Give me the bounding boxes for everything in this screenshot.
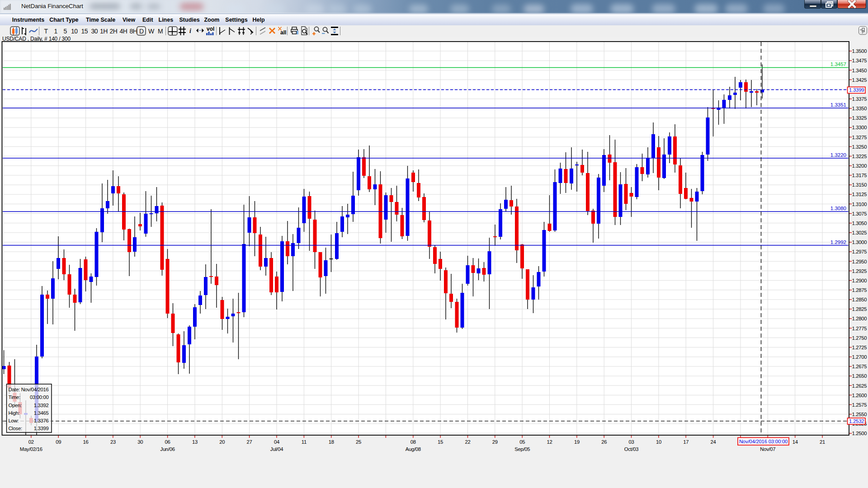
svg-text:1.3376: 1.3376 (34, 418, 49, 423)
svg-text:21: 21 (820, 439, 825, 445)
svg-text:Low:: Low: (9, 418, 19, 423)
svg-text:Nov/07: Nov/07 (760, 446, 775, 452)
svg-text:20: 20 (219, 439, 225, 445)
svg-text:23: 23 (110, 439, 116, 445)
svg-text:12: 12 (547, 439, 552, 445)
svg-text:03:00:00: 03:00:00 (30, 394, 49, 400)
svg-text:1.3275: 1.3275 (852, 135, 867, 140)
svg-text:1.2550: 1.2550 (852, 412, 867, 417)
svg-text:Date:: Date: (9, 387, 20, 392)
svg-text:1.2650: 1.2650 (852, 373, 867, 379)
svg-text:26: 26 (601, 439, 607, 445)
svg-text:Nov/04/2016: Nov/04/2016 (21, 387, 49, 392)
svg-text:1.2800: 1.2800 (852, 316, 867, 321)
svg-text:1.3250: 1.3250 (852, 144, 867, 150)
svg-text:1.3450: 1.3450 (852, 68, 867, 73)
svg-text:18: 18 (329, 439, 334, 445)
svg-text:1.3375: 1.3375 (852, 96, 867, 102)
svg-text:19: 19 (574, 439, 580, 445)
svg-text:1.2775: 1.2775 (852, 326, 867, 331)
svg-text:1.2500: 1.2500 (852, 431, 867, 436)
svg-text:1.2925: 1.2925 (852, 268, 867, 274)
svg-text:1.3175: 1.3175 (852, 173, 867, 178)
svg-text:1.2900: 1.2900 (852, 278, 867, 283)
svg-text:1.2975: 1.2975 (852, 249, 867, 254)
svg-text:High:: High: (9, 410, 20, 416)
svg-text:1.2750: 1.2750 (852, 335, 867, 341)
svg-text:11: 11 (302, 439, 307, 445)
svg-text:1.2625: 1.2625 (852, 383, 867, 389)
svg-text:Jun/06: Jun/06 (160, 446, 175, 452)
svg-text:22: 22 (465, 439, 471, 445)
svg-text:1.3100: 1.3100 (852, 202, 867, 207)
svg-text:May/02/16: May/02/16 (20, 446, 42, 452)
svg-text:1.3475: 1.3475 (852, 58, 867, 63)
svg-text:1.3500: 1.3500 (852, 48, 867, 54)
svg-text:1.3150: 1.3150 (852, 182, 867, 188)
svg-text:1.2675: 1.2675 (852, 364, 867, 369)
svg-text:Open:: Open: (9, 403, 22, 408)
svg-text:1.2600: 1.2600 (852, 393, 867, 398)
svg-text:1.3025: 1.3025 (852, 230, 867, 235)
svg-text:1.3465: 1.3465 (34, 410, 49, 416)
svg-text:Oct/03: Oct/03 (624, 446, 638, 452)
svg-text:30: 30 (137, 439, 143, 445)
svg-text:1.3325: 1.3325 (852, 115, 867, 121)
svg-text:1.3125: 1.3125 (852, 192, 867, 197)
svg-text:1.3080: 1.3080 (830, 206, 846, 211)
svg-text:1.3220: 1.3220 (830, 152, 846, 158)
svg-text:1.3351: 1.3351 (830, 102, 846, 108)
svg-text:1.2950: 1.2950 (852, 259, 867, 264)
svg-text:09: 09 (56, 439, 61, 445)
svg-text:1.2532: 1.2532 (849, 418, 864, 424)
svg-text:1.3075: 1.3075 (852, 211, 867, 216)
svg-text:Sep/05: Sep/05 (514, 446, 530, 452)
svg-text:1.3457: 1.3457 (830, 61, 846, 67)
svg-text:1.3425: 1.3425 (852, 77, 867, 83)
svg-text:1.3392: 1.3392 (34, 403, 49, 408)
svg-text:1.2875: 1.2875 (852, 287, 867, 293)
svg-text:1.2850: 1.2850 (852, 297, 867, 302)
svg-text:03: 03 (629, 439, 634, 445)
svg-text:10: 10 (656, 439, 661, 445)
svg-text:Aug/08: Aug/08 (406, 446, 421, 452)
svg-text:13: 13 (192, 439, 198, 445)
svg-text:27: 27 (247, 439, 252, 445)
svg-text:1.2725: 1.2725 (852, 345, 867, 350)
svg-text:Time:: Time: (9, 394, 20, 400)
svg-text:1.3399: 1.3399 (849, 87, 864, 93)
svg-text:Nov/04/2016 03:00:00: Nov/04/2016 03:00:00 (739, 439, 788, 444)
svg-text:02: 02 (28, 439, 34, 445)
svg-text:05: 05 (519, 439, 525, 445)
svg-text:1.3350: 1.3350 (852, 106, 867, 111)
svg-text:16: 16 (83, 439, 89, 445)
svg-text:14: 14 (793, 439, 798, 445)
svg-text:25: 25 (356, 439, 361, 445)
svg-text:Close:: Close: (9, 426, 22, 431)
svg-text:04: 04 (274, 439, 279, 445)
svg-text:17: 17 (683, 439, 689, 445)
svg-text:1.3050: 1.3050 (852, 221, 867, 226)
svg-text:1.3000: 1.3000 (852, 239, 867, 245)
svg-text:08: 08 (410, 439, 416, 445)
svg-text:29: 29 (492, 439, 498, 445)
svg-text:1.2700: 1.2700 (852, 354, 867, 360)
svg-text:1.3300: 1.3300 (852, 125, 867, 130)
svg-text:1.2825: 1.2825 (852, 306, 867, 312)
svg-text:Jul/04: Jul/04 (270, 446, 283, 452)
svg-text:15: 15 (438, 439, 443, 445)
svg-text:24: 24 (711, 439, 716, 445)
svg-text:1.2992: 1.2992 (830, 239, 846, 245)
svg-text:06: 06 (165, 439, 170, 445)
svg-text:1.3225: 1.3225 (852, 154, 867, 159)
svg-text:1.3200: 1.3200 (852, 163, 867, 169)
svg-text:1.3399: 1.3399 (34, 426, 49, 431)
svg-text:1.2575: 1.2575 (852, 402, 867, 408)
